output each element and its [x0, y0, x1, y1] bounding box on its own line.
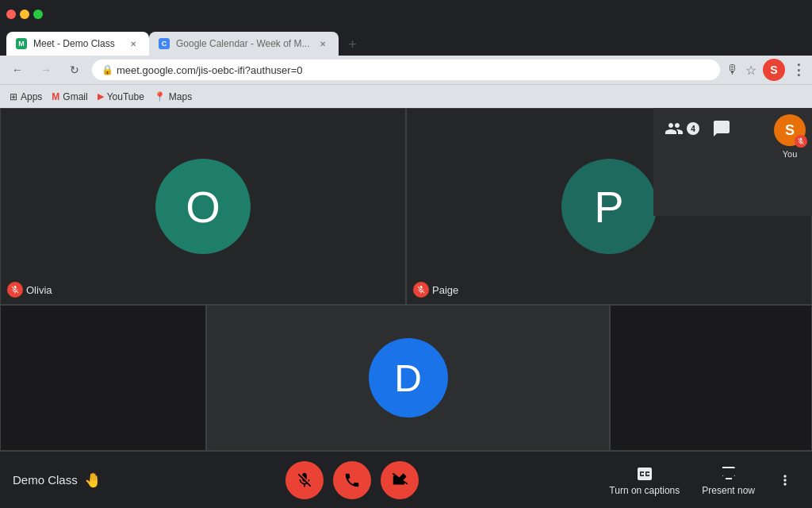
mute-button[interactable] — [285, 461, 324, 499]
olivia-avatar: O — [155, 159, 251, 254]
reload-button[interactable]: ↻ — [63, 59, 86, 81]
more-options-button[interactable] — [771, 466, 799, 495]
self-label: You — [783, 149, 798, 159]
bottom-left: Demo Class 🤚 — [13, 471, 102, 489]
title-bar — [0, 0, 812, 29]
maximize-button[interactable] — [33, 10, 43, 19]
menu-icon[interactable]: ⋮ — [791, 61, 806, 79]
meet-app: 4 S You O Ol — [0, 108, 812, 508]
bookmark-maps[interactable]: 📍 Maps — [154, 91, 192, 102]
chat-button[interactable] — [707, 114, 736, 143]
youtube-label: YouTube — [107, 91, 144, 102]
maps-label: Maps — [169, 91, 192, 102]
traffic-lights — [6, 10, 43, 19]
olivia-name: Olivia — [26, 284, 52, 296]
d-avatar: D — [369, 338, 448, 418]
panel-icons: 4 — [660, 114, 768, 143]
olivia-label: Olivia — [7, 282, 52, 298]
bookmark-gmail[interactable]: M Gmail — [52, 91, 87, 102]
mic-icon[interactable]: 🎙 — [726, 63, 739, 77]
paige-mute-icon — [413, 282, 429, 298]
back-button[interactable]: ← — [6, 59, 29, 81]
video-cell-d: D — [206, 305, 610, 451]
address-right-icons: 🎙 ☆ S ⋮ — [726, 59, 806, 81]
tab-calendar[interactable]: C Google Calendar - Week of M... ✕ — [149, 32, 339, 56]
address-text: meet.google.com/jis-oebc-ifi?authuser=0 — [117, 64, 303, 76]
gmail-icon: M — [52, 91, 59, 102]
new-tab-button[interactable]: + — [342, 33, 364, 56]
meeting-title: Demo Class — [13, 473, 78, 487]
browser-chrome: M Meet - Demo Class ✕ C Google Calendar … — [0, 0, 812, 108]
address-input[interactable]: 🔒 meet.google.com/jis-oebc-ifi?authuser=… — [92, 60, 720, 80]
bookmark-apps[interactable]: ⊞ Apps — [10, 91, 42, 102]
video-cell-bottom-left — [0, 305, 206, 451]
meet-favicon: M — [16, 38, 27, 49]
end-call-button[interactable] — [333, 461, 371, 499]
tab-meet-title: Meet - Demo Class — [33, 38, 121, 49]
bottom-right-actions: Turn on captions Present now — [603, 461, 799, 499]
bookmark-icon[interactable]: ☆ — [745, 63, 756, 78]
raise-hand-icon[interactable]: 🤚 — [84, 471, 102, 489]
present-label: Present now — [702, 485, 755, 496]
bookmark-youtube[interactable]: ▶ YouTube — [98, 91, 144, 102]
meeting-controls — [285, 461, 419, 499]
video-cell-olivia: O Olivia — [0, 108, 406, 305]
youtube-icon: ▶ — [98, 91, 104, 102]
present-button[interactable]: Present now — [695, 461, 761, 499]
tab-meet[interactable]: M Meet - Demo Class ✕ — [6, 32, 149, 56]
apps-icon: ⊞ — [10, 91, 17, 102]
profile-avatar[interactable]: S — [763, 59, 785, 81]
self-avatar: S — [774, 114, 806, 146]
self-mute-badge — [795, 135, 807, 148]
self-view: S You — [774, 114, 806, 159]
gmail-label: Gmail — [63, 91, 87, 102]
paige-avatar: P — [561, 159, 657, 254]
address-bar: ← → ↻ 🔒 meet.google.com/jis-oebc-ifi?aut… — [0, 56, 812, 84]
video-cell-bottom-right — [610, 305, 812, 451]
captions-label: Turn on captions — [609, 485, 680, 496]
people-button[interactable]: 4 — [660, 114, 704, 143]
tab-calendar-close[interactable]: ✕ — [316, 37, 329, 50]
apps-label: Apps — [21, 91, 42, 102]
close-button[interactable] — [6, 10, 16, 19]
calendar-favicon: C — [159, 38, 170, 49]
self-initial: S — [785, 122, 795, 139]
camera-button[interactable] — [381, 461, 419, 499]
bookmarks-bar: ⊞ Apps M Gmail ▶ YouTube 📍 Maps — [0, 84, 812, 108]
meet-bottom-bar: Demo Class 🤚 Turn on captions — [0, 451, 812, 508]
paige-label: Paige — [413, 282, 458, 298]
people-count-badge: 4 — [687, 122, 699, 135]
video-grid-bottom: D — [0, 305, 812, 451]
tab-calendar-title: Google Calendar - Week of M... — [176, 38, 310, 49]
captions-button[interactable]: Turn on captions — [603, 461, 686, 499]
paige-name: Paige — [432, 284, 458, 296]
meet-top-panel: 4 S You — [653, 108, 812, 216]
tabs-bar: M Meet - Demo Class ✕ C Google Calendar … — [0, 29, 812, 56]
olivia-mute-icon — [7, 282, 23, 298]
forward-button[interactable]: → — [35, 59, 57, 81]
minimize-button[interactable] — [20, 10, 29, 19]
tab-meet-close[interactable]: ✕ — [127, 37, 140, 50]
maps-icon: 📍 — [154, 91, 166, 102]
